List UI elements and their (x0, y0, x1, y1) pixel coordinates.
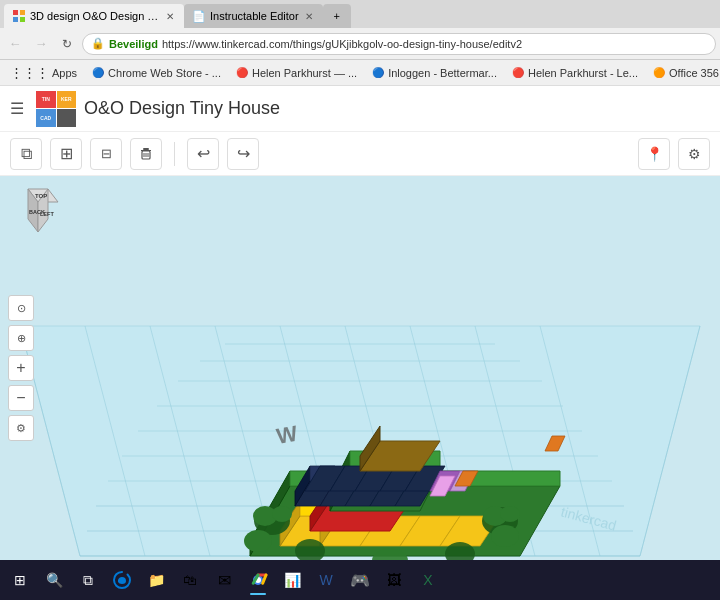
toolbar-separator (174, 142, 175, 166)
bookmark-inloggen-label: Inloggen - Bettermar... (388, 67, 497, 79)
edge-icon (110, 568, 134, 592)
taskbar-xbox[interactable]: 🎮 (344, 564, 376, 596)
bookmark-helen2-icon: 🔴 (511, 66, 525, 80)
chrome-icon (246, 568, 270, 592)
settings-button[interactable]: ⚙ (678, 138, 710, 170)
explorer-icon: 📁 (144, 568, 168, 592)
powerpoint-icon: 📊 (280, 568, 304, 592)
tinkercad-logo: TIN KER CAD (36, 91, 76, 127)
zoom-target-button[interactable]: ⊕ (8, 325, 34, 351)
address-bar-row: ← → ↻ 🔒 Beveiligd https://www.tinkercad.… (0, 28, 720, 60)
toolbar: ⧉ ⊞ ⊟ ↩ ↪ 📍 ⚙ (0, 132, 720, 176)
viewport[interactable]: W S ε tinkercad (0, 176, 720, 560)
grid-svg: W S ε tinkercad (0, 176, 720, 560)
location-button[interactable]: 📍 (638, 138, 670, 170)
secure-icon: 🔒 (91, 37, 105, 50)
svg-point-75 (500, 506, 520, 522)
browser-window: 3D design O&O Design T... ✕ 📄 Instructab… (0, 0, 720, 600)
bookmark-inloggen[interactable]: 🔵 Inloggen - Bettermar... (365, 64, 503, 82)
redo-button[interactable]: ↪ (227, 138, 259, 170)
url-text: https://www.tinkercad.com/things/gUKjibk… (162, 38, 522, 50)
secure-label: Beveiligd (109, 38, 158, 50)
bookmark-apps-label: Apps (52, 67, 77, 79)
search-button[interactable]: 🔍 (38, 564, 70, 596)
taskbar-excel[interactable]: X (412, 564, 444, 596)
logo-empty (57, 109, 77, 127)
bookmark-office-icon: 🟠 (652, 66, 666, 80)
svg-rect-1 (20, 10, 25, 15)
tab-favicon-1 (12, 9, 26, 23)
page-title: O&O Design Tiny House (84, 98, 280, 119)
taskbar-powerpoint[interactable]: 📊 (276, 564, 308, 596)
svg-rect-2 (13, 17, 18, 22)
svg-rect-3 (20, 17, 25, 22)
zoom-fit-button[interactable]: ⊙ (8, 295, 34, 321)
bookmark-helen-2[interactable]: 🔴 Helen Parkhurst - Le... (505, 64, 644, 82)
bookmark-chrome-label: Chrome Web Store - ... (108, 67, 221, 79)
svg-rect-0 (13, 10, 18, 15)
zoom-out-button[interactable]: − (8, 385, 34, 411)
taskbar-mail[interactable]: ✉ (208, 564, 240, 596)
tab-inactive[interactable]: 📄 Instructable Editor ✕ (184, 4, 323, 28)
taskbar-word[interactable]: W (310, 564, 342, 596)
delete-button[interactable] (130, 138, 162, 170)
ungroup-button[interactable]: ⊟ (90, 138, 122, 170)
back-button[interactable]: ← (4, 33, 26, 55)
taskbar-chrome[interactable] (242, 564, 274, 596)
bookmark-helen-1[interactable]: 🔴 Helen Parkhurst — ... (229, 64, 363, 82)
tab-label-2: Instructable Editor (210, 10, 299, 22)
toolbar-right: 📍 ⚙ (638, 138, 710, 170)
search-icon: 🔍 (46, 572, 63, 588)
logo-ker: KER (57, 91, 77, 109)
undo-button[interactable]: ↩ (187, 138, 219, 170)
address-field[interactable]: 🔒 Beveiligd https://www.tinkercad.com/th… (82, 33, 716, 55)
excel-icon: X (416, 568, 440, 592)
svg-point-79 (244, 530, 272, 552)
bookmark-chrome-icon: 🔵 (91, 66, 105, 80)
zoom-settings-button[interactable]: ⚙ (8, 415, 34, 441)
tab-active[interactable]: 3D design O&O Design T... ✕ (4, 4, 184, 28)
windows-icon: ⊞ (14, 572, 26, 588)
tab-bar: 3D design O&O Design T... ✕ 📄 Instructab… (0, 0, 720, 28)
photos-icon: 🖼 (382, 568, 406, 592)
taskbar-explorer[interactable]: 📁 (140, 564, 172, 596)
zoom-controls: ⊙ ⊕ + − ⚙ (8, 295, 34, 441)
forward-button[interactable]: → (30, 33, 52, 55)
bookmark-office[interactable]: 🟠 Office 356 (646, 64, 720, 82)
bookmark-inloggen-icon: 🔵 (371, 66, 385, 80)
logo-tin: TIN (36, 91, 56, 109)
bookmarks-bar: ⋮⋮⋮ Apps 🔵 Chrome Web Store - ... 🔴 Hele… (0, 60, 720, 86)
task-view-button[interactable]: ⧉ (72, 564, 104, 596)
tab-favicon-2: 📄 (192, 9, 206, 23)
taskbar: ⊞ 🔍 ⧉ 📁 🛍 ✉ (0, 560, 720, 600)
copy-button[interactable]: ⧉ (10, 138, 42, 170)
taskbar-store[interactable]: 🛍 (174, 564, 206, 596)
bookmark-helen2-label: Helen Parkhurst - Le... (528, 67, 638, 79)
tinkercad-header: ☰ TIN KER CAD O&O Design Tiny House (0, 86, 720, 132)
tab-close-1[interactable]: ✕ (164, 11, 176, 22)
zoom-in-button[interactable]: + (8, 355, 34, 381)
taskbar-edge[interactable] (106, 564, 138, 596)
view-cube[interactable]: TOP BACK LEFT (8, 184, 68, 244)
svg-text:LEFT: LEFT (40, 211, 54, 217)
svg-point-80 (491, 525, 519, 547)
bookmark-chrome-store[interactable]: 🔵 Chrome Web Store - ... (85, 64, 227, 82)
bookmark-helen1-icon: 🔴 (235, 66, 249, 80)
word-icon: W (314, 568, 338, 592)
reload-button[interactable]: ↻ (56, 33, 78, 55)
xbox-icon: 🎮 (348, 568, 372, 592)
app-area: ☰ TIN KER CAD O&O Design Tiny House ⧉ ⊞ … (0, 86, 720, 560)
svg-rect-4 (143, 148, 149, 150)
tab-close-2[interactable]: ✕ (303, 11, 315, 22)
mail-icon: ✉ (212, 568, 236, 592)
taskbar-photos[interactable]: 🖼 (378, 564, 410, 596)
bookmark-office-label: Office 356 (669, 67, 719, 79)
bookmark-apps[interactable]: ⋮⋮⋮ Apps (4, 63, 83, 82)
new-tab-button[interactable]: + (323, 4, 351, 28)
start-button[interactable]: ⊞ (4, 564, 36, 596)
group-button[interactable]: ⊞ (50, 138, 82, 170)
editor-area: W S ε tinkercad (0, 176, 720, 560)
task-view-icon: ⧉ (83, 572, 93, 589)
logo-cad: CAD (36, 109, 56, 127)
hamburger-menu[interactable]: ☰ (10, 99, 24, 118)
